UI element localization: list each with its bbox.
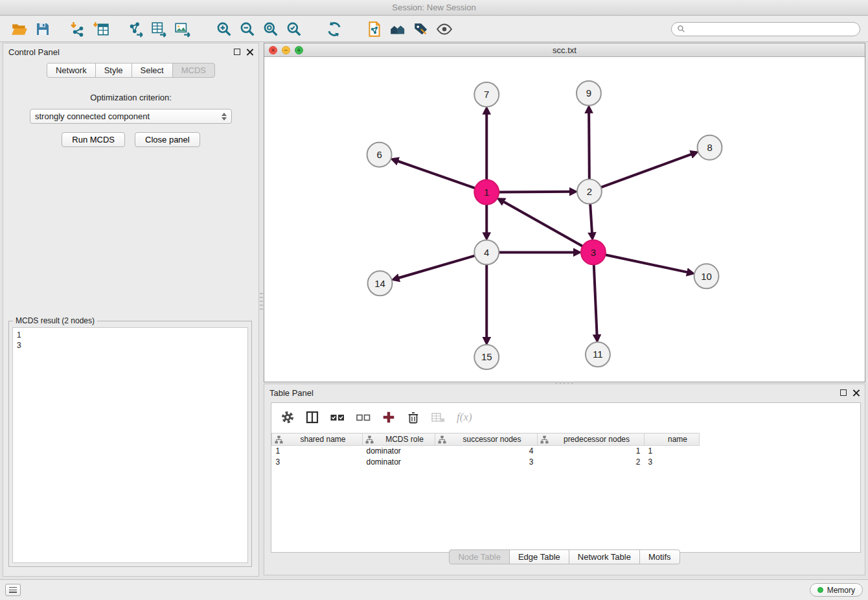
table-row[interactable]: 3 dominator 3 2 3 (272, 457, 700, 468)
edge-2-9[interactable] (589, 112, 589, 179)
open-file-icon[interactable] (8, 18, 31, 40)
import-table-icon[interactable] (89, 18, 113, 40)
zoom-in-icon[interactable] (212, 18, 236, 40)
network-graph[interactable]: 7968124314101511 (264, 57, 865, 382)
refresh-icon[interactable] (323, 18, 346, 40)
zoom-out-icon[interactable] (236, 18, 259, 40)
show-columns-icon[interactable] (305, 410, 319, 424)
node-table: shared name MCDS role successor nodes pr… (271, 433, 700, 468)
memory-status-dot (817, 587, 823, 593)
network-canvas[interactable]: 7968124314101511 (264, 57, 865, 382)
main-toolbar (0, 16, 868, 42)
network-window-titlebar[interactable]: × − + scc.txt (264, 43, 865, 57)
network-window-title: scc.txt (553, 45, 577, 55)
edge-3-11[interactable] (594, 264, 597, 336)
column-header-name[interactable]: name (645, 433, 700, 446)
tab-node-table[interactable]: Node Table (449, 549, 510, 564)
search-field[interactable] (671, 22, 860, 36)
tab-edge-table[interactable]: Edge Table (509, 549, 569, 564)
close-panel-icon[interactable] (246, 49, 253, 56)
search-input[interactable] (685, 25, 854, 34)
edge-1-2[interactable] (499, 192, 571, 192)
delete-table-icon-disabled (431, 411, 446, 424)
tab-network-table[interactable]: Network Table (569, 549, 640, 564)
network-from-selection-icon[interactable] (363, 18, 386, 40)
export-table-icon[interactable] (148, 18, 171, 40)
function-builder-fx: f(x) (457, 411, 472, 424)
save-session-icon[interactable] (31, 18, 54, 40)
column-header-mcds-role[interactable]: MCDS role (363, 433, 435, 446)
status-bar: Memory (0, 579, 868, 600)
edge-1-6[interactable] (397, 161, 475, 188)
search-icon (677, 25, 685, 33)
table-settings-gear-icon[interactable] (280, 410, 295, 424)
memory-button[interactable]: Memory (810, 583, 863, 597)
node-label-11: 11 (593, 349, 603, 360)
column-header-successor-nodes[interactable]: successor nodes (435, 433, 538, 446)
column-header-shared-name[interactable]: shared name (272, 433, 363, 446)
edge-3-1[interactable] (503, 202, 582, 246)
node-label-8: 8 (707, 142, 712, 153)
home-icon[interactable] (386, 18, 409, 40)
float-panel-icon[interactable] (234, 49, 240, 55)
tab-motifs[interactable]: Motifs (639, 549, 680, 564)
list-icon (9, 587, 17, 593)
control-panel: Control Panel Network Style Select MCDS … (3, 43, 259, 577)
table-row[interactable]: 1 dominator 4 1 1 (272, 446, 700, 457)
delete-column-trash-icon[interactable] (406, 410, 420, 424)
tab-mcds[interactable]: MCDS (172, 63, 215, 78)
edge-3-10[interactable] (605, 255, 688, 272)
control-panel-tabs: Network Style Select MCDS (3, 60, 258, 84)
label-icon[interactable] (409, 18, 433, 40)
close-table-panel-icon[interactable] (852, 389, 860, 397)
node-label-6: 6 (376, 149, 382, 160)
minimize-window-icon[interactable]: − (282, 46, 290, 54)
vertical-splitter-handle[interactable] (260, 293, 263, 312)
tab-style[interactable]: Style (95, 63, 132, 78)
edge-2-8[interactable] (601, 154, 692, 187)
edge-4-14[interactable] (398, 256, 475, 279)
cell-name: 3 (645, 457, 700, 468)
mcds-result-title: MCDS result (2 nodes) (13, 316, 97, 325)
network-view-window: × − + scc.txt 7968124314101511 (264, 43, 865, 382)
optimization-criterion-label: Optimization criterion: (3, 93, 258, 102)
column-flow-icon (540, 435, 549, 446)
node-label-7: 7 (484, 89, 489, 100)
float-table-panel-icon[interactable] (840, 389, 847, 396)
cell-shared-name: 3 (272, 457, 363, 468)
edge-2-3[interactable] (590, 204, 592, 234)
column-flow-icon (275, 435, 283, 446)
column-flow-icon (438, 435, 446, 446)
table-toolbar: f(x) (271, 403, 860, 432)
close-panel-button[interactable]: Close panel (135, 132, 200, 147)
zoom-selected-icon[interactable] (282, 18, 306, 40)
eye-icon[interactable] (433, 18, 456, 40)
control-panel-title: Control Panel (8, 47, 60, 57)
mcds-result-item: 3 (17, 340, 244, 351)
node-label-1: 1 (484, 187, 489, 198)
column-header-predecessor-nodes[interactable]: predecessor nodes (538, 433, 645, 446)
tab-network[interactable]: Network (47, 63, 96, 78)
mcds-result-list[interactable]: 1 3 (12, 327, 248, 563)
zoom-fit-icon[interactable] (259, 18, 282, 40)
cell-successor-nodes: 4 (435, 446, 538, 457)
node-label-10: 10 (701, 271, 712, 282)
create-column-plus-icon[interactable] (382, 410, 396, 424)
control-panel-header: Control Panel (3, 43, 258, 60)
mcds-result-item: 1 (17, 330, 244, 340)
optimization-criterion-select[interactable]: strongly connected component (30, 109, 232, 124)
deselect-all-icon[interactable] (356, 411, 371, 424)
export-image-icon[interactable] (171, 18, 194, 40)
node-label-2: 2 (587, 186, 592, 197)
zoom-window-icon[interactable]: + (295, 46, 303, 54)
cell-successor-nodes: 3 (435, 457, 538, 468)
import-network-icon[interactable] (66, 18, 89, 40)
cell-name: 1 (645, 446, 700, 457)
cell-shared-name: 1 (272, 446, 363, 457)
tab-select[interactable]: Select (131, 63, 173, 78)
export-network-icon[interactable] (124, 18, 148, 40)
task-history-button[interactable] (5, 584, 21, 596)
select-all-icon[interactable] (330, 411, 345, 424)
close-window-icon[interactable]: × (269, 46, 277, 54)
run-mcds-button[interactable]: Run MCDS (62, 132, 125, 147)
